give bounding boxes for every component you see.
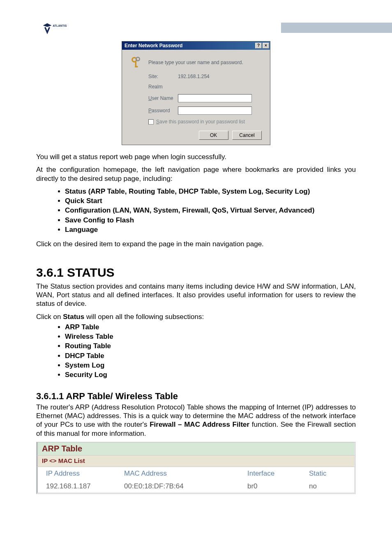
list-item: DHCP Table — [65, 352, 356, 360]
dialog-wrapper: Enter Network Password ? × — [36, 41, 356, 145]
ok-button[interactable]: OK — [199, 131, 228, 140]
save-password-label: Save this password in your password list — [156, 119, 245, 125]
heading-status: 3.6.1 STATUS — [36, 265, 356, 280]
password-label: Password — [148, 108, 178, 114]
cancel-button[interactable]: Cancel — [232, 131, 262, 140]
table-header-row: IP Address MAC Address Interface Static — [38, 467, 354, 480]
list-item: Status (ARP Table, Routing Table, DHCP T… — [65, 187, 356, 196]
password-dialog: Enter Network Password ? × — [122, 41, 270, 145]
col-header-ip: IP Address — [38, 469, 124, 478]
site-label: Site: — [148, 74, 178, 80]
svg-point-4 — [136, 57, 140, 61]
list-item: Configuration (LAN, WAN, System, Firewal… — [65, 206, 356, 215]
list-item: Routing Table — [65, 342, 356, 350]
para-login-success: You will get a status report web page wh… — [36, 153, 356, 161]
save-password-checkbox[interactable] — [148, 119, 154, 125]
dialog-titlebar: Enter Network Password ? × — [122, 42, 270, 50]
arp-table: ARP Table IP <> MAC List IP Address MAC … — [36, 442, 356, 494]
para-arp-desc: The router's ARP (Address Resolution Pro… — [36, 403, 356, 438]
realm-label: Realm — [148, 84, 178, 90]
page-header: ATLANTIS — [0, 0, 392, 37]
list-item: Quick Start — [65, 197, 356, 205]
list-item: ARP Table — [65, 323, 356, 331]
site-value: 192.168.1.254 — [178, 74, 210, 80]
arp-table-sub: IP <> MAC List — [36, 456, 356, 467]
cell-mac: 00:E0:18:DF:7B:64 — [124, 482, 247, 490]
cell-ip: 192.168.1.187 — [38, 482, 124, 490]
para-click-expand: Click on the desired item to expand the … — [36, 240, 356, 248]
table-row: 192.168.1.187 00:E0:18:DF:7B:64 br0 no — [38, 480, 354, 493]
username-label: User Name — [148, 95, 178, 102]
list-item: Save Config to Flash — [65, 216, 356, 224]
cell-static: no — [309, 482, 354, 490]
para-status-desc: The Status section provides and contains… — [36, 282, 356, 308]
col-header-static: Static — [309, 469, 354, 478]
cell-interface: br0 — [247, 482, 309, 490]
para-click-status: Click on Status will open all the follow… — [36, 312, 356, 321]
para-homepage-nav: At the configuration homepage, the left … — [36, 165, 356, 183]
heading-arp: 3.6.1.1 ARP Table/ Wireless Table — [36, 391, 356, 402]
status-list: ARP Table Wireless Table Routing Table D… — [36, 323, 356, 379]
list-item: Security Log — [65, 370, 356, 379]
col-header-mac: MAC Address — [124, 469, 247, 478]
dialog-prompt: Please type your user name and password. — [148, 60, 243, 66]
col-header-interface: Interface — [247, 469, 309, 478]
keys-icon — [129, 56, 143, 69]
svg-text:ATLANTIS: ATLANTIS — [53, 24, 67, 27]
nav-list: Status (ARP Table, Routing Table, DHCP T… — [36, 187, 356, 234]
dialog-help-button[interactable]: ? — [255, 43, 262, 49]
dialog-title-text: Enter Network Password — [125, 43, 182, 49]
dialog-close-button[interactable]: × — [263, 43, 269, 49]
page-content: Enter Network Password ? × — [0, 41, 392, 511]
list-item: System Log — [65, 361, 356, 370]
list-item: Language — [65, 225, 356, 234]
password-input[interactable] — [178, 106, 252, 115]
header-grey-bar — [281, 23, 392, 33]
username-input[interactable] — [178, 94, 252, 102]
list-item: Wireless Table — [65, 332, 356, 341]
arp-table-title: ARP Table — [36, 442, 356, 456]
brand-logo: ATLANTIS — [39, 23, 70, 37]
svg-rect-3 — [135, 66, 138, 67]
